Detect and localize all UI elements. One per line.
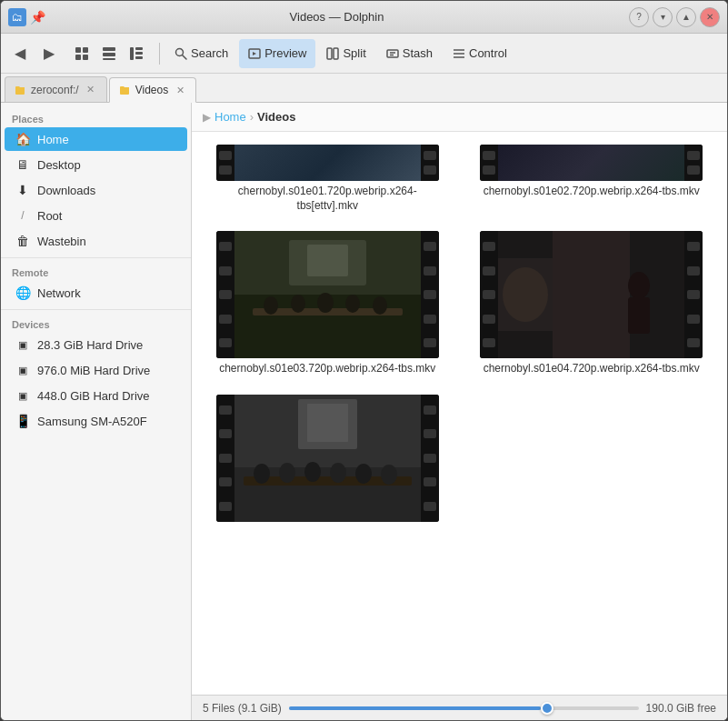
breadcrumb-separator-arrow: ▶ (203, 111, 211, 124)
scene-ep4-img (498, 231, 684, 358)
sidebar-item-hd28[interactable]: ▣ 28.3 GiB Hard Drive (5, 333, 187, 356)
search-icon (175, 47, 187, 60)
help-button[interactable]: ? (629, 7, 649, 27)
sidebar-network-label: Network (37, 286, 81, 300)
file-thumb-ep2 (480, 145, 703, 181)
film-hole (424, 290, 436, 299)
search-button[interactable]: Search (165, 39, 237, 68)
svg-rect-3 (83, 55, 88, 60)
tab-videos-close[interactable]: ✕ (174, 84, 186, 96)
stash-button[interactable]: Stash (377, 39, 442, 68)
sidebar-item-network[interactable]: 🌐 Network (5, 281, 187, 305)
svg-point-29 (345, 295, 360, 313)
places-label: Places (1, 108, 191, 126)
scene-svg-ep3 (234, 231, 421, 358)
sidebar-item-hd448[interactable]: ▣ 448.0 GiB Hard Drive (5, 384, 187, 407)
tab-videos[interactable]: Videos ✕ (109, 77, 196, 103)
breadcrumb-home[interactable]: Home (214, 110, 246, 124)
hd28-icon: ▣ (15, 337, 30, 352)
svg-rect-17 (387, 50, 398, 57)
filmstrip-left-ep5 (216, 395, 234, 522)
view-compact-button[interactable] (95, 40, 123, 67)
film-hole (424, 242, 436, 251)
svg-rect-10 (135, 56, 143, 59)
slider-container (289, 706, 639, 710)
svg-point-27 (291, 295, 305, 313)
sidebar-root-label: Root (37, 209, 62, 223)
tab-zeroconf-close[interactable]: ✕ (85, 84, 97, 96)
tab-videos-label: Videos (135, 84, 168, 96)
film-hole (219, 338, 232, 347)
sidebar-item-hd976[interactable]: ▣ 976.0 MiB Hard Drive (5, 358, 187, 382)
film-hole (424, 315, 436, 324)
tab-zeroconf[interactable]: zeroconf:/ ✕ (5, 76, 107, 102)
slider-thumb[interactable] (541, 702, 553, 715)
stash-icon (386, 47, 399, 60)
film-hole (687, 290, 700, 299)
tab-zeroconf-label: zeroconf:/ (31, 84, 79, 96)
breadcrumb-current: Videos (257, 110, 295, 124)
search-label: Search (191, 46, 228, 60)
svg-rect-15 (327, 48, 332, 59)
sidebar-item-root[interactable]: / Root (5, 204, 187, 227)
file-item-ep1[interactable]: chernobyl.s01e01.720p.webrip.x264-tbs[et… (199, 139, 456, 218)
sidebar-item-samsung[interactable]: 📱 Samsung SM-A520F (5, 409, 187, 433)
svg-point-46 (304, 462, 321, 482)
control-button[interactable]: Control (444, 39, 516, 68)
svg-rect-1 (83, 47, 88, 53)
scene-ep5-img (234, 395, 421, 522)
film-hole (219, 429, 232, 438)
film-hole (687, 151, 700, 160)
file-item-ep5[interactable] (199, 389, 456, 531)
sidebar-hd448-label: 448.0 GiB Hard Drive (37, 389, 150, 403)
scene-ep1 (234, 145, 421, 181)
breadcrumb-sep: › (250, 110, 254, 124)
close-button[interactable]: ✕ (700, 7, 720, 27)
view-icons-button[interactable] (68, 40, 95, 67)
hd976-icon: ▣ (15, 363, 30, 377)
sidebar-item-desktop[interactable]: 🖥 Desktop (5, 153, 187, 176)
root-icon: / (15, 208, 30, 223)
svg-rect-34 (553, 231, 630, 358)
sidebar-item-home[interactable]: 🏠 Home (5, 127, 187, 151)
forward-button[interactable]: ▶ (35, 40, 63, 67)
network-icon: 🌐 (15, 285, 30, 300)
view-detail-button[interactable] (123, 40, 150, 67)
slider-track[interactable] (289, 706, 639, 710)
svg-point-28 (317, 293, 334, 313)
toolbar-separator-1 (159, 43, 160, 65)
svg-rect-16 (334, 48, 338, 59)
film-hole (219, 406, 232, 415)
film-hole (483, 151, 495, 160)
svg-rect-4 (103, 47, 115, 51)
shade-button[interactable]: ▾ (653, 7, 673, 27)
file-item-ep2[interactable]: chernobyl.s01e02.720p.webrip.x264-tbs.mk… (464, 139, 721, 218)
view-buttons (68, 40, 150, 67)
sidebar-divider-2 (1, 309, 191, 310)
preview-label: Preview (264, 46, 306, 60)
back-button[interactable]: ◀ (6, 40, 34, 67)
film-hole (424, 266, 436, 275)
svg-marker-14 (253, 52, 256, 55)
film-hole (219, 477, 232, 486)
file-item-ep4[interactable]: chernobyl.s01e04.720p.webrip.x264-tbs.mk… (464, 225, 721, 382)
file-thumb-ep3 (216, 231, 439, 358)
file-item-ep3[interactable]: chernobyl.s01e03.720p.webrip.x264-tbs.mk… (199, 225, 456, 382)
sidebar-item-wastebin[interactable]: 🗑 Wastebin (5, 229, 187, 253)
film-hole (424, 454, 436, 463)
preview-button[interactable]: Preview (239, 39, 315, 68)
control-label: Control (469, 46, 507, 60)
file-count: 5 Files (9.1 GiB) (203, 702, 282, 715)
file-grid: chernobyl.s01e01.720p.webrip.x264-tbs[et… (192, 132, 727, 695)
maximize-button[interactable]: ▲ (676, 7, 696, 27)
file-name-ep1: chernobyl.s01e01.720p.webrip.x264-tbs[et… (216, 185, 439, 213)
split-button[interactable]: Split (317, 39, 374, 68)
sidebar-item-downloads[interactable]: ⬇ Downloads (5, 178, 187, 202)
film-hole (219, 454, 232, 463)
sidebar-desktop-label: Desktop (37, 158, 81, 172)
app-icon: 🗂 (8, 8, 26, 26)
film-hole (219, 266, 232, 275)
svg-point-44 (254, 464, 270, 484)
home-icon: 🏠 (15, 132, 30, 146)
filmstrip-left-ep1 (216, 145, 234, 181)
